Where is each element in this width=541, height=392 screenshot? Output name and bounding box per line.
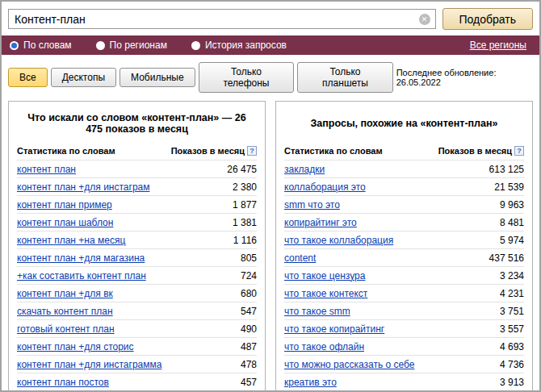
keyword-link[interactable]: контент план +для вк: [17, 288, 113, 299]
keyword-link[interactable]: +как составить контент план: [17, 270, 146, 281]
keyword-link[interactable]: контент план пример: [17, 199, 112, 211]
table-row: что можно рассказать о себе 4 736: [284, 355, 524, 373]
tab-all[interactable]: Все: [8, 68, 48, 87]
radio-query-history[interactable]: История запросов: [191, 40, 287, 51]
keyword-link[interactable]: контент план +для инстаграмма: [17, 359, 161, 370]
right-results-panel: Запросы, похожие на «контент-план» Стати…: [275, 101, 533, 392]
table-row: контент план шаблон 1 381: [17, 213, 257, 231]
table-row: копирайтинг это 8 481: [284, 213, 524, 231]
keyword-count: 4 231: [493, 288, 524, 299]
keyword-count: 724: [234, 270, 257, 281]
search-input[interactable]: [8, 9, 436, 29]
submit-button[interactable]: Подобрать: [442, 8, 534, 30]
keyword-count: 21 539: [488, 181, 524, 193]
keyword-count: 457: [234, 377, 257, 388]
table-row: что такое копирайтинг 3 557: [284, 319, 524, 337]
column-header-count: Показов в месяц?: [438, 146, 524, 156]
table-row: что такое контекст 4 231: [284, 284, 524, 302]
table-row: контент план +на месяц 1 116: [17, 231, 257, 248]
keyword-count: 680: [234, 288, 257, 299]
keyword-link[interactable]: закладки: [284, 164, 325, 175]
keyword-count: 3 557: [493, 323, 524, 335]
keyword-link[interactable]: контент план постов: [17, 377, 109, 388]
search-row: ✕ Подобрать: [2, 2, 539, 35]
tab-phones-only[interactable]: Только телефоны: [199, 62, 295, 93]
keyword-count: 4 736: [493, 359, 524, 370]
keyword-count: 487: [234, 341, 257, 352]
panel-title: Что искали со словом «контент-план» — 26…: [23, 110, 250, 137]
table-row: +как составить контент план 724: [17, 266, 257, 284]
keyword-link[interactable]: что можно рассказать о себе: [284, 359, 414, 370]
keyword-link[interactable]: контент план: [17, 164, 76, 175]
table-row: скачать контент план 547: [17, 302, 257, 319]
keyword-count: 1 877: [226, 199, 257, 211]
table-row: что такое цензура 3 234: [284, 266, 524, 284]
keyword-link[interactable]: контент план +для магазина: [17, 252, 145, 264]
table-row: контент план постов 457: [17, 373, 257, 390]
table-header: Статистика по словам Показов в месяц?: [284, 144, 524, 160]
keyword-count: 3 913: [493, 377, 524, 388]
keyword-count: 613 125: [483, 164, 524, 175]
keyword-link[interactable]: готовый контент план: [17, 323, 115, 335]
keyword-link[interactable]: что такое офлайн: [284, 341, 364, 352]
all-regions-link[interactable]: Все регионы: [470, 40, 526, 51]
keyword-link[interactable]: копирайтинг это: [284, 217, 357, 228]
keyword-count: 547: [234, 306, 257, 317]
radio-label: По регионам: [110, 40, 167, 51]
table-row: коллаборация это 21 539: [284, 177, 524, 195]
tab-tablets-only[interactable]: Только планшеты: [297, 62, 392, 93]
help-icon[interactable]: ?: [514, 146, 524, 156]
table-row: smm что это 9 963: [284, 195, 524, 213]
keyword-count: 9 963: [493, 199, 524, 211]
radio-by-regions[interactable]: По регионам: [96, 40, 167, 51]
keyword-link[interactable]: что такое коллаборация: [284, 235, 393, 246]
keyword-link[interactable]: что такое smm: [284, 306, 350, 317]
keyword-link[interactable]: контент план +для инстаграм: [17, 181, 150, 193]
keyword-link[interactable]: что такое цензура: [284, 270, 365, 281]
help-icon[interactable]: ?: [247, 146, 257, 156]
keyword-link[interactable]: что такое копирайтинг: [284, 323, 384, 335]
table-row: контент план +для инстаграмма 478: [17, 355, 257, 373]
table-row: готовый контент план 490: [17, 319, 257, 337]
nav-bar: По словам По регионам История запросов В…: [2, 35, 539, 55]
tab-mobile[interactable]: Мобильные: [120, 68, 195, 87]
keyword-count: 2 380: [226, 181, 257, 193]
keyword-link[interactable]: smm что это: [284, 199, 340, 211]
search-box: ✕: [8, 9, 436, 29]
keyword-link[interactable]: коллаборация это: [284, 181, 366, 193]
table-row: контент план +для сторис 487: [17, 337, 257, 355]
keyword-count: 490: [234, 323, 257, 335]
table-row: content 437 516: [284, 248, 524, 266]
keyword-link[interactable]: контент план +для сторис: [17, 341, 134, 352]
tab-desktops[interactable]: Десктопы: [51, 68, 116, 87]
keyword-count: 26 475: [220, 164, 257, 175]
radio-icon: [191, 41, 200, 50]
table-row: закладки 613 125: [284, 160, 524, 177]
keyword-link[interactable]: content: [284, 252, 316, 264]
clear-icon[interactable]: ✕: [419, 14, 430, 25]
radio-label: По словам: [23, 40, 72, 51]
wordstat-page: ✕ Подобрать По словам По регионам Истори…: [0, 0, 541, 392]
table-row: контент план пример 1 877: [17, 195, 257, 213]
table-row: что такое офлайн 4 693: [284, 337, 524, 355]
keyword-link[interactable]: контент план +на месяц: [17, 235, 125, 246]
keyword-count: 3 234: [493, 270, 524, 281]
keyword-link[interactable]: креатив это: [284, 377, 337, 388]
keyword-count: 1 116: [227, 235, 257, 246]
table-header: Статистика по словам Показов в месяц?: [17, 144, 257, 160]
keyword-count: 4 693: [493, 341, 524, 352]
keyword-link[interactable]: контент план шаблон: [17, 217, 113, 228]
radio-icon: [10, 41, 19, 50]
table-body: закладки 613 125 коллаборация это 21 539…: [284, 160, 524, 392]
table-row: контент план +для инстаграм 2 380: [17, 177, 257, 195]
column-header-word: Статистика по словам: [17, 146, 115, 156]
table-body: контент план 26 475 контент план +для ин…: [17, 160, 257, 392]
radio-by-words[interactable]: По словам: [10, 40, 72, 51]
keyword-count: 1 381: [226, 217, 257, 228]
keyword-link[interactable]: что такое контекст: [284, 288, 367, 299]
last-update-text: Последнее обновление: 26.05.2022: [396, 68, 531, 87]
radio-icon: [96, 41, 105, 50]
keyword-link[interactable]: скачать контент план: [17, 306, 113, 317]
table-row: что такое smm 3 751: [284, 302, 524, 319]
column-header-count: Показов в месяц?: [171, 146, 257, 156]
